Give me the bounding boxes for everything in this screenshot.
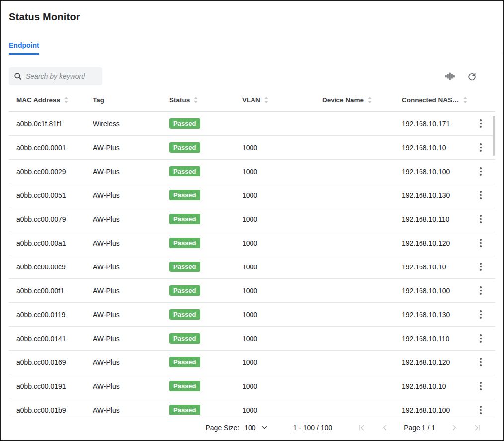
status-monitor-page: Status Monitor Endpoint xyxy=(0,0,504,441)
column-header-device-name[interactable]: Device Name xyxy=(322,96,402,104)
last-page-button[interactable] xyxy=(473,424,481,432)
table-toolbar xyxy=(1,55,503,85)
status-badge: Passed xyxy=(169,142,200,153)
page-size-select[interactable]: 100 xyxy=(244,424,267,432)
cell-tag: AW-Plus xyxy=(93,263,169,271)
tab-endpoint-label: Endpoint xyxy=(9,41,39,49)
cell-mac-address: a0bb.cc00.00a1 xyxy=(16,239,93,247)
table-row[interactable]: a0bb.cc00.00f1 AW-Plus Passed 1000 192.1… xyxy=(9,279,495,303)
last-page-icon xyxy=(473,424,481,432)
cell-actions xyxy=(466,236,495,250)
column-header-mac-address[interactable]: MAC Address xyxy=(16,96,93,104)
cell-tag: AW-Plus xyxy=(93,144,169,152)
cell-vlan: 1000 xyxy=(242,239,322,247)
cell-connected-nas: 192.168.10.120 xyxy=(402,358,466,366)
cell-status: Passed xyxy=(169,405,242,415)
cell-actions xyxy=(466,212,495,226)
cell-actions xyxy=(466,355,495,369)
table-row[interactable]: a0bb.0c1f.81f1 Wireless Passed 192.168.1… xyxy=(9,112,495,136)
previous-page-button[interactable] xyxy=(381,424,389,432)
table-row[interactable]: a0bb.cc00.0169 AW-Plus Passed 1000 192.1… xyxy=(9,351,495,374)
column-header-vlan[interactable]: VLAN xyxy=(242,96,322,104)
table-row[interactable]: a0bb.cc00.00a1 AW-Plus Passed 1000 192.1… xyxy=(9,231,495,255)
kebab-menu-icon[interactable] xyxy=(477,331,485,346)
next-page-icon xyxy=(450,424,458,432)
table-header-row: MAC Address Tag Status VLAN Device Name … xyxy=(9,89,495,112)
cell-connected-nas: 192.168.10.100 xyxy=(402,287,466,295)
cell-status: Passed xyxy=(169,166,242,176)
cell-vlan: 1000 xyxy=(242,335,322,343)
cell-vlan: 1000 xyxy=(242,406,322,414)
sort-arrows-icon[interactable] xyxy=(64,97,68,103)
cell-mac-address: a0bb.0c1f.81f1 xyxy=(16,120,93,128)
refresh-button[interactable] xyxy=(466,71,477,82)
page-indicator: Page 1 / 1 xyxy=(404,424,435,432)
kebab-menu-icon[interactable] xyxy=(477,307,485,322)
sort-arrows-icon[interactable] xyxy=(368,97,372,103)
next-page-button[interactable] xyxy=(450,424,458,432)
sort-arrows-icon[interactable] xyxy=(194,97,198,103)
cell-connected-nas: 192.168.10.110 xyxy=(402,215,466,223)
search-box[interactable] xyxy=(9,67,102,85)
table-row[interactable]: a0bb.cc00.0029 AW-Plus Passed 1000 192.1… xyxy=(9,160,495,183)
kebab-menu-icon[interactable] xyxy=(477,188,485,202)
kebab-menu-icon[interactable] xyxy=(477,403,485,415)
table-row[interactable]: a0bb.cc00.0119 AW-Plus Passed 1000 192.1… xyxy=(9,303,495,327)
kebab-menu-icon[interactable] xyxy=(477,355,485,369)
kebab-menu-icon[interactable] xyxy=(477,283,485,298)
status-badge: Passed xyxy=(169,190,200,200)
refresh-icon xyxy=(467,72,477,81)
cell-actions xyxy=(466,260,495,274)
table-row[interactable]: a0bb.cc00.0051 AW-Plus Passed 1000 192.1… xyxy=(9,183,495,207)
table-row[interactable]: a0bb.cc00.0191 AW-Plus Passed 1000 192.1… xyxy=(9,374,495,398)
cell-connected-nas: 192.168.10.130 xyxy=(402,311,466,319)
table-row[interactable]: a0bb.cc00.00c9 AW-Plus Passed 1000 192.1… xyxy=(9,255,495,279)
table-row[interactable]: a0bb.cc00.0079 AW-Plus Passed 1000 192.1… xyxy=(9,207,495,231)
status-badge: Passed xyxy=(169,333,200,344)
cell-vlan: 1000 xyxy=(242,191,322,199)
tab-bar: Endpoint xyxy=(1,41,503,55)
status-badge: Passed xyxy=(169,214,200,224)
status-badge: Passed xyxy=(169,309,200,320)
kebab-menu-icon[interactable] xyxy=(477,116,485,131)
column-display-button[interactable] xyxy=(444,71,455,82)
sort-arrows-icon[interactable] xyxy=(463,97,467,103)
cell-connected-nas: 192.168.10.171 xyxy=(402,120,466,128)
tab-endpoint[interactable]: Endpoint xyxy=(9,42,39,55)
column-header-status[interactable]: Status xyxy=(169,96,242,104)
kebab-menu-icon[interactable] xyxy=(477,236,485,250)
cell-vlan: 1000 xyxy=(242,168,322,176)
table-body: a0bb.0c1f.81f1 Wireless Passed 192.168.1… xyxy=(9,112,495,415)
cell-mac-address: a0bb.cc00.0191 xyxy=(16,382,93,390)
table-row[interactable]: a0bb.cc00.0001 AW-Plus Passed 1000 192.1… xyxy=(9,136,495,160)
cell-actions xyxy=(466,188,495,202)
page-size-label: Page Size: xyxy=(205,424,239,432)
cell-mac-address: a0bb.cc00.0079 xyxy=(16,215,93,223)
kebab-menu-icon[interactable] xyxy=(477,140,485,155)
cell-connected-nas: 192.168.10.130 xyxy=(402,191,466,199)
search-input[interactable] xyxy=(26,72,97,80)
chevron-down-icon xyxy=(262,426,267,430)
cell-mac-address: a0bb.cc00.0029 xyxy=(16,168,93,176)
cell-mac-address: a0bb.cc00.0169 xyxy=(16,358,93,366)
first-page-button[interactable] xyxy=(358,424,366,432)
cell-tag: AW-Plus xyxy=(93,287,169,295)
cell-tag: AW-Plus xyxy=(93,406,169,414)
cell-tag: Wireless xyxy=(93,120,169,128)
cell-mac-address: a0bb.cc00.00f1 xyxy=(16,287,93,295)
kebab-menu-icon[interactable] xyxy=(477,212,485,226)
page-size-control: Page Size: 100 xyxy=(205,424,267,432)
vertical-scrollbar[interactable] xyxy=(493,116,495,156)
cell-actions xyxy=(466,164,495,178)
kebab-menu-icon[interactable] xyxy=(477,379,485,393)
pagination-footer: Page Size: 100 1 - 100 / 100 Page 1 / 1 xyxy=(1,415,503,440)
kebab-menu-icon[interactable] xyxy=(477,164,485,178)
sort-arrows-icon[interactable] xyxy=(264,97,268,103)
kebab-menu-icon[interactable] xyxy=(477,260,485,274)
table-row[interactable]: a0bb.cc00.01b9 AW-Plus Passed 1000 192.1… xyxy=(9,398,495,415)
cell-connected-nas: 192.168.10.10 xyxy=(402,263,466,271)
table-row[interactable]: a0bb.cc00.0141 AW-Plus Passed 1000 192.1… xyxy=(9,327,495,351)
column-header-connected-nas[interactable]: Connected NAS… xyxy=(402,96,466,104)
cell-actions xyxy=(466,283,495,298)
cell-status: Passed xyxy=(169,381,242,391)
